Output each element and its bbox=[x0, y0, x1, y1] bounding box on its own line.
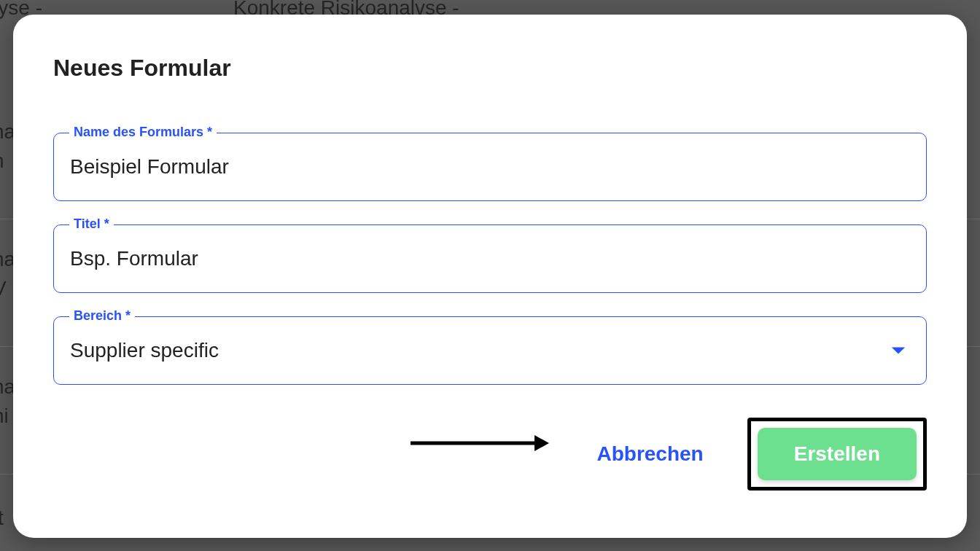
modal-actions: Abbrechen Erstellen bbox=[53, 418, 927, 491]
new-form-modal: Neues Formular Name des Formulars * Tite… bbox=[13, 15, 967, 538]
annotation-highlight: Erstellen bbox=[747, 418, 927, 491]
annotation-arrow bbox=[411, 434, 549, 452]
form-name-label: Name des Formulars * bbox=[69, 125, 217, 140]
bereich-select[interactable]: Supplier specific bbox=[53, 316, 927, 385]
svg-marker-1 bbox=[534, 435, 549, 451]
cancel-button[interactable]: Abbrechen bbox=[596, 442, 703, 466]
titel-field-wrap: Titel * bbox=[53, 224, 927, 293]
form-name-input[interactable] bbox=[53, 133, 927, 201]
bereich-label: Bereich * bbox=[69, 308, 135, 324]
create-button[interactable]: Erstellen bbox=[758, 428, 917, 480]
bereich-field-wrap: Bereich * Supplier specific bbox=[53, 316, 927, 385]
titel-label: Titel * bbox=[69, 216, 114, 232]
form-name-field-wrap: Name des Formulars * bbox=[53, 133, 927, 201]
modal-title: Neues Formular bbox=[53, 55, 927, 82]
titel-input[interactable] bbox=[53, 224, 927, 293]
